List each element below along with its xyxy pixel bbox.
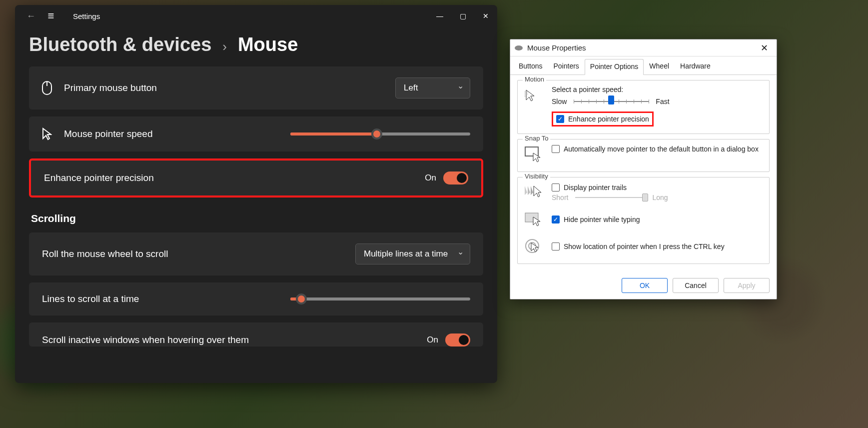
dialog-title: Mouse Properties [527, 44, 586, 52]
visibility-legend: Visibility [523, 172, 550, 180]
roll-wheel-row: Roll the mouse wheel to scroll Multiple … [29, 232, 483, 276]
chevron-right-icon: › [222, 39, 227, 54]
snap-to-legend: Snap To [523, 134, 550, 142]
roll-wheel-value: Multiple lines at a time [364, 249, 448, 258]
pointer-trails-label: Display pointer trails [564, 184, 627, 192]
dialog-body: Motion Select a pointer speed: Slow [510, 75, 777, 272]
pointer-trails-icon [524, 182, 544, 202]
breadcrumb: Bluetooth & devices › Mouse [15, 27, 497, 66]
enhance-pointer-precision-state: On [425, 173, 436, 183]
mouse-dialog-icon [514, 44, 524, 52]
breadcrumb-parent[interactable]: Bluetooth & devices [29, 34, 211, 56]
hamburger-menu-icon[interactable]: ≡ [41, 10, 61, 22]
snap-to-icon [524, 144, 544, 164]
enhance-precision-checkbox-label: Enhance pointer precision [568, 115, 649, 123]
enhance-pointer-precision-row: Enhance pointer precision On [29, 158, 483, 198]
snap-to-checkbox-label: Automatically move pointer to the defaul… [564, 144, 759, 154]
mouse-icon [42, 81, 64, 95]
cursor-icon [42, 128, 64, 140]
apply-button[interactable]: Apply [724, 278, 770, 293]
show-location-ctrl-checkbox[interactable] [552, 242, 560, 250]
svg-rect-6 [525, 147, 538, 156]
snap-to-group: Snap To Automatically move pointer to th… [517, 139, 770, 172]
tab-wheel[interactable]: Wheel [644, 58, 675, 74]
primary-mouse-button-label: Primary mouse button [64, 82, 157, 94]
back-button[interactable]: ← [21, 11, 41, 22]
lines-scroll-row: Lines to scroll at a time [29, 282, 483, 316]
scroll-inactive-toggle[interactable] [445, 334, 470, 346]
hide-typing-icon [524, 210, 544, 230]
trails-long-label: Long [652, 194, 668, 202]
dialog-buttons: OK Cancel Apply [510, 272, 777, 299]
roll-wheel-dropdown[interactable]: Multiple lines at a time [355, 244, 470, 264]
pointer-speed-slider-dialog[interactable] [574, 96, 649, 106]
app-title: Settings [73, 12, 100, 20]
primary-mouse-button-dropdown[interactable]: Left [395, 78, 470, 98]
show-location-icon [524, 236, 544, 256]
primary-mouse-button-value: Left [404, 83, 418, 92]
scroll-inactive-row: Scroll inactive windows when hovering ov… [29, 322, 483, 346]
window-titlebar: ← ≡ Settings — ▢ ✕ [15, 5, 497, 27]
scroll-inactive-label: Scroll inactive windows when hovering ov… [42, 334, 249, 346]
pointer-motion-icon [524, 86, 544, 106]
speed-fast-label: Fast [656, 98, 669, 106]
dialog-close-button[interactable]: ✕ [757, 42, 772, 54]
dialog-tabs: Buttons Pointers Pointer Options Wheel H… [510, 56, 777, 75]
hide-while-typing-checkbox[interactable]: ✓ [552, 216, 560, 224]
tab-pointer-options[interactable]: Pointer Options [585, 59, 644, 75]
hide-while-typing-label: Hide pointer while typing [564, 216, 640, 224]
dialog-titlebar: Mouse Properties ✕ [510, 40, 777, 56]
window-controls: — ▢ ✕ [428, 5, 497, 27]
mouse-properties-dialog: Mouse Properties ✕ Buttons Pointers Poin… [510, 39, 777, 300]
ok-button[interactable]: OK [622, 278, 668, 293]
scrolling-heading: Scrolling [29, 204, 483, 226]
pointer-speed-label: Mouse pointer speed [64, 128, 152, 140]
lines-scroll-label: Lines to scroll at a time [42, 294, 139, 304]
settings-window: ← ≡ Settings — ▢ ✕ Bluetooth & devices ›… [15, 5, 497, 383]
show-location-ctrl-label: Show location of pointer when I press th… [564, 242, 725, 250]
roll-wheel-label: Roll the mouse wheel to scroll [42, 248, 168, 260]
motion-group: Motion Select a pointer speed: Slow [517, 80, 770, 134]
lines-scroll-slider[interactable] [290, 298, 470, 300]
enhance-pointer-precision-label: Enhance pointer precision [44, 172, 154, 184]
pointer-speed-slider[interactable] [290, 132, 470, 136]
enhance-pointer-precision-toggle[interactable] [443, 172, 468, 184]
close-button[interactable]: ✕ [474, 5, 497, 27]
pointer-speed-row: Mouse pointer speed [29, 116, 483, 152]
snap-to-checkbox[interactable] [552, 145, 560, 153]
svg-point-2 [515, 46, 523, 50]
minimize-button[interactable]: — [428, 5, 451, 27]
trails-short-label: Short [552, 194, 568, 202]
cancel-button[interactable]: Cancel [673, 278, 719, 293]
scroll-inactive-state: On [427, 335, 438, 345]
enhance-precision-checkbox[interactable]: ✓ [556, 115, 564, 123]
pointer-trails-slider [575, 194, 645, 202]
motion-legend: Motion [523, 76, 546, 83]
tab-hardware[interactable]: Hardware [675, 58, 716, 74]
pointer-trails-checkbox[interactable] [552, 184, 560, 192]
select-pointer-speed-label: Select a pointer speed: [552, 86, 763, 94]
maximize-button[interactable]: ▢ [451, 5, 474, 27]
visibility-group: Visibility Display pointer trails Short [517, 177, 770, 264]
breadcrumb-current: Mouse [238, 34, 298, 56]
settings-panel: Primary mouse button Left Mouse pointer … [15, 66, 497, 346]
speed-slow-label: Slow [552, 98, 567, 106]
tab-buttons[interactable]: Buttons [513, 58, 548, 74]
primary-mouse-button-row: Primary mouse button Left [29, 66, 483, 110]
tab-pointers[interactable]: Pointers [548, 58, 584, 74]
